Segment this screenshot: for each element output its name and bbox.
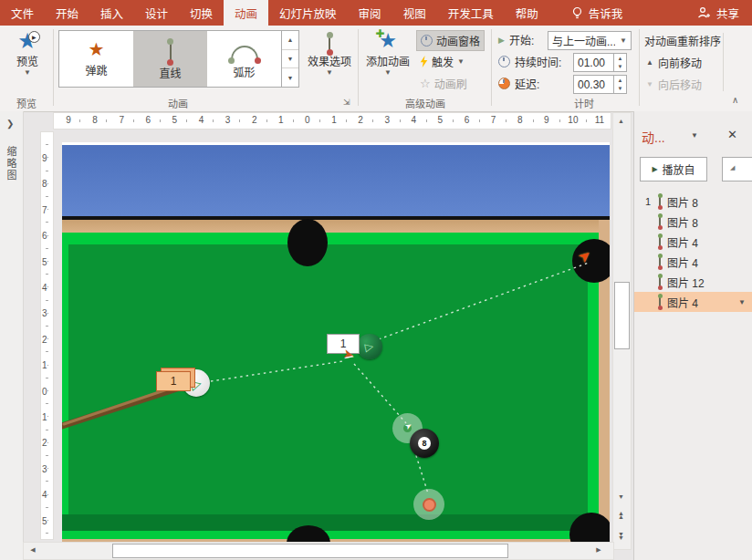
group-label-advanced: 高级动画	[363, 96, 487, 110]
animation-list-item[interactable]: 图片 8	[634, 212, 752, 232]
ruler-number: 7	[490, 115, 497, 125]
gallery-scroll-up[interactable]: ▲	[282, 31, 298, 50]
gallery-item-label: 弧形	[233, 64, 255, 79]
trigger-button[interactable]: 触发 ▼	[416, 52, 468, 71]
start-label: 开始:	[509, 32, 534, 47]
duration-clock-icon	[498, 56, 510, 67]
red-endpoint-dot	[423, 498, 436, 512]
ruler-number: 8	[517, 115, 524, 125]
animation-number-badge-selected[interactable]: 1	[156, 371, 191, 391]
eight-ball-number: 8	[418, 437, 431, 450]
group-separator	[639, 29, 640, 106]
motion-path-to-pocket[interactable]	[379, 263, 589, 339]
ruler-number: 9	[42, 153, 47, 163]
animation-list-item[interactable]: 1 图片 8	[634, 192, 752, 212]
scroll-down-button[interactable]: ▼	[613, 489, 629, 503]
add-animation-button[interactable]: ★ ✚ 添加动画 ▼	[363, 31, 413, 76]
group-label-animation: 动画	[58, 96, 298, 110]
delay-spinner[interactable]: ▲▼	[613, 75, 627, 94]
ruler-number: 2	[42, 438, 47, 448]
ruler-number: 5	[437, 115, 444, 125]
ruler-number: 2	[357, 115, 364, 125]
tab-review[interactable]: 审阅	[348, 0, 392, 26]
chevron-down-icon: ▼	[326, 70, 333, 76]
animation-item-label: 图片 8	[667, 214, 698, 230]
animation-pane-button[interactable]: 动画窗格	[416, 30, 485, 51]
ruler-number: 1	[330, 115, 338, 125]
gallery-scroll-buttons: ▲ ▼ ▼	[281, 31, 298, 87]
lightbulb-icon	[571, 6, 583, 20]
motion-path-down-1[interactable]	[354, 364, 406, 423]
gallery-item-lines[interactable]: 直线	[133, 31, 207, 87]
scroll-left-button[interactable]: ◀	[26, 543, 40, 557]
pane-close-icon[interactable]: ✕	[727, 128, 737, 141]
motion-path-cueball[interactable]	[211, 361, 343, 381]
item-dropdown-icon[interactable]: ▼	[738, 298, 746, 306]
ghost-ball-lower[interactable]	[413, 489, 444, 520]
tab-help[interactable]: 帮助	[505, 0, 549, 26]
slide-canvas[interactable]: ➤ ➤ 8 ▷ ▷ 1 1 ➤	[62, 142, 610, 542]
expand-thumbnails-icon[interactable]: ❯	[6, 119, 14, 129]
scroll-up-button[interactable]: ▲	[613, 113, 629, 128]
tab-developer[interactable]: 开发工具	[437, 0, 505, 26]
eight-ball[interactable]: 8	[410, 429, 439, 458]
tab-design[interactable]: 设计	[134, 0, 179, 26]
ruler-number: 0	[42, 386, 47, 396]
move-earlier-button[interactable]: ▲ 向前移动	[646, 55, 702, 70]
horizontal-scroll-thumb[interactable]	[112, 544, 508, 558]
preview-button[interactable]: ★ ▶ 预览 ▼	[7, 31, 47, 76]
move-later-label: 向后移动	[658, 77, 702, 92]
pane-reorder-button-clipped[interactable]: ◢	[722, 157, 752, 181]
group-label-timing: 计时	[529, 96, 639, 110]
collapse-ribbon-button[interactable]: ∧	[732, 95, 738, 105]
gallery-more-button[interactable]: ▼	[282, 68, 298, 87]
duration-spinner[interactable]: ▲▼	[613, 53, 627, 72]
animation-item-label: 图片 12	[667, 275, 705, 290]
scroll-right-button[interactable]: ▶	[591, 543, 606, 557]
horizontal-scrollbar[interactable]: ◀ ▶	[23, 542, 614, 560]
tab-home[interactable]: 开始	[45, 0, 89, 26]
ruler-number: 2	[42, 334, 47, 344]
animation-pane-icon	[421, 35, 433, 47]
group-separator	[491, 29, 492, 106]
animation-list-item-selected[interactable]: 图片 4 ▼	[634, 292, 752, 312]
tab-transitions[interactable]: 切换	[179, 0, 224, 26]
previous-slide-button[interactable]: ▲▲	[613, 508, 629, 523]
vertical-scrollbar[interactable]: ▲ ▼ ▲▲ ▼▼	[612, 112, 632, 550]
dialog-launcher-icon[interactable]: ⇲	[343, 98, 350, 107]
green-ball[interactable]: ▷	[357, 334, 382, 359]
effect-options-button[interactable]: 效果选项 ▼	[303, 33, 356, 76]
tab-file[interactable]: 文件	[0, 0, 45, 26]
tab-insert[interactable]: 插入	[89, 0, 134, 26]
thumbnails-vertical-label[interactable]: 缩略图	[4, 146, 18, 181]
gallery-item-bounce[interactable]: ★ 弹跳	[59, 31, 133, 87]
ruler-number: 3	[42, 463, 47, 473]
horizontal-ruler: 98765432101234567891011	[53, 112, 611, 130]
animation-list-item[interactable]: 图片 4	[634, 252, 752, 272]
animation-list-item[interactable]: 图片 12	[634, 272, 752, 292]
start-combo[interactable]: 与上一动画... ▼	[548, 31, 632, 50]
share-button[interactable]: 共享	[684, 0, 752, 26]
group-separator	[723, 33, 724, 91]
play-from-button[interactable]: ▶ 播放自	[640, 157, 707, 181]
add-animation-label: 添加动画	[366, 53, 410, 68]
tab-animations[interactable]: 动画	[224, 0, 268, 26]
chevron-down-icon: ▼	[457, 59, 465, 65]
gallery-scroll-down[interactable]: ▼	[282, 50, 298, 69]
tab-slideshow[interactable]: 幻灯片放映	[268, 0, 348, 26]
next-slide-button[interactable]: ▼▼	[613, 529, 629, 544]
tab-view[interactable]: 视图	[392, 0, 437, 26]
vertical-ruler: 987654321012345	[40, 131, 54, 540]
vertical-scroll-thumb[interactable]	[614, 282, 630, 349]
animation-list-item[interactable]: 图片 4	[634, 232, 752, 252]
pane-dropdown-icon[interactable]: ▼	[691, 131, 698, 140]
motion-path-icon	[659, 256, 661, 267]
badge-number: 1	[171, 375, 177, 388]
tell-me-box[interactable]: 告诉我	[562, 0, 632, 26]
bounce-star-icon: ★	[89, 40, 105, 58]
powerpoint-window: 文件 开始 插入 设计 切换 动画 幻灯片放映 审阅 视图 开发工具 帮助 告诉…	[0, 0, 752, 560]
motion-path-icon	[659, 296, 661, 307]
reorder-title: 对动画重新排序	[644, 33, 721, 48]
ruler-number: 5	[172, 115, 179, 125]
gallery-item-arcs[interactable]: 弧形	[207, 31, 281, 87]
